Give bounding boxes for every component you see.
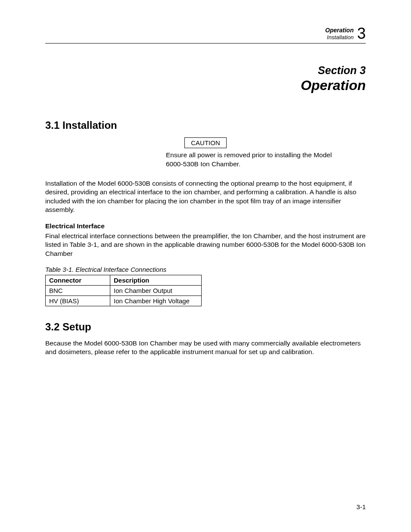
heading-installation: 3.1 Installation: [45, 119, 366, 131]
section-label: Section 3: [45, 64, 366, 77]
page-container: Operation Installation 3 Section 3 Opera…: [0, 0, 411, 382]
caution-text-line1: Ensure all power is removed prior to ins…: [166, 151, 342, 160]
paragraph-setup: Because the Model 6000-530B Ion Chamber …: [45, 339, 366, 357]
page-header: Operation Installation 3: [45, 26, 366, 44]
table-cell-connector: HV (BIAS): [46, 296, 110, 306]
table-cell-connector: BNC: [46, 286, 110, 296]
header-line-installation: Installation: [325, 34, 354, 41]
page-number: 3-1: [356, 503, 366, 510]
table-row: HV (BIAS) Ion Chamber High Voltage: [46, 296, 202, 306]
caution-text-line2: 6000-530B Ion Chamber.: [166, 160, 240, 168]
section-title: Operation: [45, 78, 366, 93]
header-chapter-number: 3: [357, 26, 366, 41]
table-cell-description: Ion Chamber High Voltage: [110, 296, 202, 306]
table-header-row: Connector Description: [46, 275, 202, 286]
electrical-interface-table: Connector Description BNC Ion Chamber Ou…: [45, 275, 202, 306]
paragraph-installation: Installation of the Model 6000-530B cons…: [45, 179, 366, 215]
table-row: BNC Ion Chamber Output: [46, 286, 202, 296]
caution-label: CAUTION: [191, 139, 220, 146]
table-caption: Table 3-1. Electrical Interface Connecti…: [45, 266, 366, 273]
heading-setup: 3.2 Setup: [45, 321, 366, 333]
table-header-connector: Connector: [46, 275, 110, 286]
table-header-description: Description: [110, 275, 202, 286]
section-title-block: Section 3 Operation: [45, 64, 366, 93]
table-cell-description: Ion Chamber Output: [110, 286, 202, 296]
subheading-electrical-interface: Electrical Interface: [45, 222, 366, 230]
paragraph-electrical-interface: Final electrical interface connections b…: [45, 232, 366, 258]
caution-box: CAUTION: [184, 137, 227, 148]
header-line-operation: Operation: [325, 27, 354, 34]
header-text-block: Operation Installation: [325, 27, 354, 40]
caution-text: Ensure all power is removed prior to ins…: [166, 151, 342, 169]
